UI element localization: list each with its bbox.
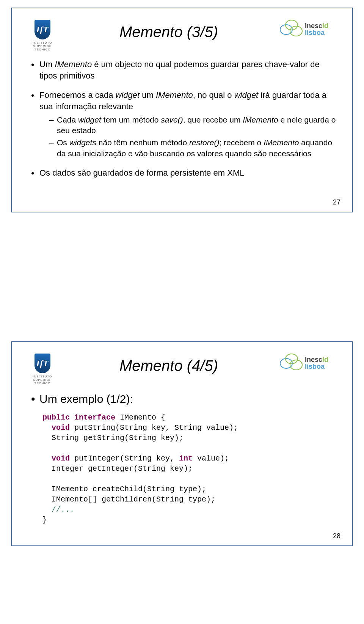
ist-line3: TÉCNICO <box>35 48 51 51</box>
code: String getString(String key); <box>42 434 184 442</box>
text: Um <box>39 60 55 69</box>
kw: interface <box>74 413 115 422</box>
code: } <box>42 516 47 524</box>
text: Fornecemos a cada <box>39 90 116 100</box>
inesc-rings-icon <box>280 20 303 39</box>
kw: int <box>179 454 193 463</box>
inesc-rings-icon <box>280 354 303 373</box>
text-italic: restore() <box>189 138 219 147</box>
kw: public <box>42 413 70 422</box>
text-italic: widgets <box>69 138 96 147</box>
inesc-logo: inescid lisboa <box>280 20 337 39</box>
kw: void <box>52 423 70 432</box>
slide-1: IſT INSTITUTO SUPERIOR TÉCNICO Memento (… <box>11 8 353 212</box>
text: um <box>140 90 156 100</box>
slide-header: IſT INSTITUTO SUPERIOR TÉCNICO Memento (… <box>27 354 337 385</box>
bullet-1: Um IMemento é um objecto no qual podemos… <box>31 59 337 81</box>
kw: void <box>52 454 70 463</box>
ist-line2: SUPERIOR <box>33 378 52 382</box>
text: , no qual o <box>193 90 234 100</box>
code <box>70 413 74 422</box>
ist-shield-icon: IſT <box>35 20 50 39</box>
text-italic: IMemento <box>156 90 193 100</box>
code: putString(String key, String value); <box>70 423 238 432</box>
code <box>42 505 52 514</box>
page-number: 27 <box>333 198 340 206</box>
ist-logo: IſT INSTITUTO SUPERIOR TÉCNICO <box>27 20 58 51</box>
subtitle: Um exemplo (1/2): <box>31 393 337 406</box>
code <box>42 454 52 463</box>
inesc-id: id <box>322 356 328 363</box>
inesc-bottom: lisboa <box>305 363 328 370</box>
inesc-logo: inescid lisboa <box>280 354 337 373</box>
inesc-top: inesc <box>305 22 322 30</box>
slide-title: Memento (4/5) <box>58 357 280 374</box>
bullet-3: Os dados são guardados de forma persiste… <box>31 167 337 179</box>
comment: //... <box>52 505 74 514</box>
text-italic: IMemento <box>243 115 278 124</box>
code <box>42 423 52 432</box>
inesc-top: inesc <box>305 356 322 363</box>
text-italic: save() <box>161 115 183 124</box>
ist-line1: INSTITUTO <box>33 375 52 378</box>
text: ; recebem o <box>219 138 264 147</box>
inesc-bottom: lisboa <box>305 29 328 36</box>
text: Cada <box>57 115 78 124</box>
code: IMemento { <box>115 413 165 422</box>
slide-2: IſT INSTITUTO SUPERIOR TÉCNICO Memento (… <box>11 341 353 546</box>
code: Integer getInteger(String key); <box>42 464 193 473</box>
ist-line2: SUPERIOR <box>33 44 52 48</box>
inesc-id: id <box>322 22 328 30</box>
text: tem um método <box>101 115 161 124</box>
code: IMemento createChild(String type); <box>42 485 206 494</box>
text: Os <box>57 138 69 147</box>
ist-shield-icon: IſT <box>35 354 50 373</box>
page-number: 28 <box>333 532 340 540</box>
ist-line3: TÉCNICO <box>35 382 51 385</box>
sub-bullet-2: Os widgets não têm nenhum método restore… <box>49 137 337 159</box>
text: não têm nenhum método <box>96 138 189 147</box>
slide-content: Um IMemento é um objecto no qual podemos… <box>31 59 337 179</box>
code: IMemento[] getChildren(String type); <box>42 495 215 504</box>
bullet-2: Fornecemos a cada widget um IMemento, no… <box>31 90 337 159</box>
text-italic: widget <box>234 90 259 100</box>
text: , que recebe um <box>183 115 243 124</box>
text-italic: IMemento <box>264 138 299 147</box>
slide-header: IſT INSTITUTO SUPERIOR TÉCNICO Memento (… <box>27 20 337 51</box>
code-block: public interface IMemento { void putStri… <box>42 412 337 525</box>
ist-logo: IſT INSTITUTO SUPERIOR TÉCNICO <box>27 354 58 385</box>
sub-bullet-1: Cada widget tem um método save(), que re… <box>49 115 337 136</box>
ist-line1: INSTITUTO <box>33 41 52 44</box>
text-italic: widget <box>116 90 140 100</box>
text-italic: widget <box>78 115 101 124</box>
text-italic: IMemento <box>55 60 92 69</box>
slide-title: Memento (3/5) <box>58 24 280 41</box>
